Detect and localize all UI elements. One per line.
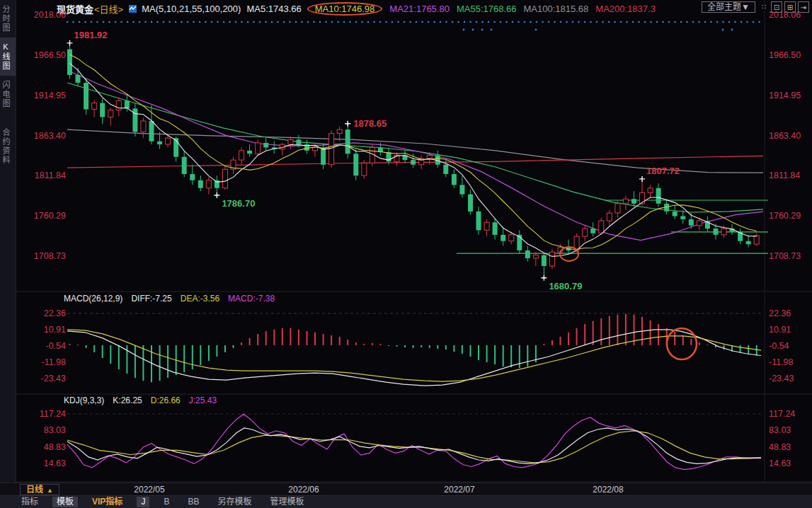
- svg-text:2018.06: 2018.06: [769, 10, 801, 20]
- candlesticks: [67, 43, 759, 278]
- svg-text:-0.54: -0.54: [46, 341, 67, 351]
- svg-text:14.63: 14.63: [769, 458, 791, 468]
- svg-text:1863.40: 1863.40: [769, 131, 801, 141]
- svg-text:1807.72: 1807.72: [646, 166, 680, 176]
- toolbar-button-2[interactable]: 模板: [52, 497, 78, 507]
- toolbar-button-4[interactable]: J: [137, 497, 149, 507]
- toolbar-button-8[interactable]: 管理模板: [265, 497, 308, 507]
- macd-params-label: MACD(26,12,9): [64, 294, 122, 304]
- svg-text:1878.65: 1878.65: [353, 118, 387, 129]
- svg-text:-23.43: -23.43: [41, 374, 66, 383]
- toolbar-button-5[interactable]: B: [159, 497, 173, 507]
- x-axis-date-label: 2022/06: [288, 485, 319, 495]
- toolbar-button-7[interactable]: 另存模板: [213, 497, 256, 507]
- bottom-toolbar: 指标模板VIP指标JBBB另存模板管理模板: [0, 495, 812, 508]
- svg-text:-23.43: -23.43: [769, 374, 794, 383]
- kdj-value-label: K:26.25: [113, 396, 142, 405]
- svg-text:1708.73: 1708.73: [34, 251, 66, 261]
- macd-lines: [67, 330, 761, 386]
- chart-canvas[interactable]: 1981.921878.651786.701807.721680.792018.…: [0, 0, 812, 508]
- trading-app-window: 分时图K线图闪电图合约资料 现货黄金<日线> MA(5,10,21,55,100…: [0, 0, 812, 508]
- svg-text:10.91: 10.91: [769, 325, 791, 335]
- annotation-circle-macd: [667, 328, 697, 359]
- svg-text:2018.06: 2018.06: [34, 10, 66, 20]
- alert-dots-line: [67, 22, 763, 30]
- svg-text:1811.84: 1811.84: [35, 171, 66, 180]
- svg-text:83.03: 83.03: [44, 425, 66, 435]
- panel-dividers: [16, 0, 812, 482]
- kdj-params-label: KDJ(9,3,3): [64, 396, 104, 405]
- macd-header: MACD(26,12,9)DIFF:-7.25DEA:-3.56MACD:-7.…: [64, 294, 292, 304]
- svg-text:1811.84: 1811.84: [769, 171, 800, 180]
- macd-value-label: DEA:-3.56: [181, 294, 219, 304]
- svg-text:1708.73: 1708.73: [769, 251, 801, 261]
- svg-text:1966.50: 1966.50: [34, 50, 66, 60]
- kdj-header: KDJ(9,3,3)K:26.25D:26.66J:25.43: [64, 396, 234, 405]
- svg-text:48.83: 48.83: [769, 442, 791, 452]
- svg-text:-11.98: -11.98: [41, 357, 66, 367]
- svg-text:1914.95: 1914.95: [769, 91, 801, 100]
- ma-long-lines: [67, 70, 763, 240]
- macd-value-label: DIFF:-7.25: [131, 294, 171, 304]
- kdj-value-label: J:25.43: [189, 396, 217, 405]
- period-selector-label: 日线: [26, 485, 43, 495]
- timeline-row: 日线▲ 2022/052022/062022/072022/08: [0, 483, 812, 496]
- svg-text:1966.50: 1966.50: [769, 50, 801, 60]
- kdj-lines: [67, 414, 761, 469]
- svg-text:-11.98: -11.98: [769, 357, 794, 367]
- svg-text:1680.79: 1680.79: [549, 281, 582, 291]
- kdj-value-label: D:26.66: [151, 396, 181, 405]
- x-axis-date-label: 2022/05: [134, 485, 164, 495]
- macd-value-label: MACD:-7.38: [228, 294, 275, 304]
- svg-text:1760.29: 1760.29: [34, 211, 66, 221]
- svg-text:1914.95: 1914.95: [34, 91, 66, 100]
- svg-text:117.24: 117.24: [769, 409, 795, 419]
- svg-text:1760.29: 1760.29: [769, 211, 801, 221]
- svg-text:1981.92: 1981.92: [74, 30, 108, 40]
- x-axis-date-label: 2022/07: [444, 485, 474, 495]
- svg-text:10.91: 10.91: [44, 325, 66, 335]
- svg-text:117.24: 117.24: [40, 409, 66, 419]
- period-selector[interactable]: 日线▲: [20, 484, 59, 495]
- toolbar-button-3[interactable]: VIP指标: [88, 497, 127, 507]
- toolbar-button-1[interactable]: 指标: [17, 497, 42, 507]
- x-axis-date-label: 2022/08: [593, 485, 623, 495]
- svg-text:22.36: 22.36: [769, 308, 791, 318]
- svg-text:1786.70: 1786.70: [222, 198, 255, 209]
- svg-text:22.36: 22.36: [44, 308, 66, 318]
- svg-text:48.83: 48.83: [44, 442, 66, 452]
- svg-text:-0.54: -0.54: [769, 341, 789, 351]
- svg-text:83.03: 83.03: [769, 425, 791, 435]
- chevron-up-icon: ▲: [47, 487, 53, 494]
- toolbar-button-6[interactable]: BB: [183, 497, 203, 507]
- svg-text:14.63: 14.63: [44, 458, 66, 468]
- svg-text:1863.40: 1863.40: [34, 131, 66, 141]
